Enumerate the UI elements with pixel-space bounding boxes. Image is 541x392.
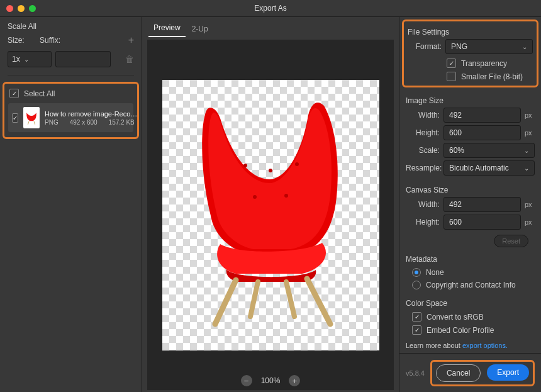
cv-width-label: Width: — [406, 200, 440, 209]
svg-line-7 — [215, 280, 236, 324]
cv-height-input[interactable]: 600 — [443, 215, 521, 230]
asset-name: How to remove image-Recovered — [45, 110, 139, 118]
size-select[interactable]: 1x ⌄ — [8, 51, 52, 67]
img-width-label: Width: — [406, 111, 440, 120]
reset-button[interactable]: Reset — [494, 235, 528, 247]
unit-px: px — [525, 111, 535, 119]
zoom-in-button[interactable]: + — [289, 375, 300, 386]
chevron-down-icon: ⌄ — [524, 165, 529, 172]
format-value: PNG — [451, 42, 467, 51]
select-all-checkbox[interactable] — [9, 89, 19, 98]
format-label: Format: — [408, 42, 442, 51]
learn-more: Learn more about export options. — [399, 338, 541, 353]
smaller-file-label: Smaller File (8-bit) — [461, 72, 523, 81]
embed-profile-label: Embed Color Profile — [427, 326, 494, 335]
preview-tabs: Preview 2-Up — [142, 17, 399, 37]
asset-filesize: 157.2 KB — [109, 119, 135, 126]
metadata-none-label: None — [426, 268, 444, 277]
suffix-label: Suffix: — [40, 36, 77, 45]
suffix-input[interactable] — [55, 51, 111, 67]
version-label: v5.8.4 — [406, 369, 425, 377]
asset-row[interactable]: How to remove image-Recovered PNG 492 x … — [8, 103, 133, 132]
footer-buttons-highlight: Cancel Export — [430, 360, 535, 386]
scale-all-heading: Scale All — [8, 22, 134, 31]
chevron-down-icon: ⌄ — [24, 56, 29, 63]
add-size-button[interactable]: + — [128, 35, 134, 46]
scale-label: Scale: — [406, 146, 440, 155]
embed-profile-checkbox[interactable] — [412, 325, 421, 335]
img-height-input[interactable]: 600 — [443, 125, 521, 140]
svg-line-8 — [250, 282, 258, 316]
assets-highlight-group: Select All How to remove image-Recovered… — [3, 82, 139, 139]
tab-preview[interactable]: Preview — [148, 21, 186, 37]
metadata-contact-label: Copyright and Contact Info — [426, 281, 516, 289]
resample-label: Resample: — [406, 164, 440, 172]
zoom-percent: 100% — [261, 376, 281, 385]
export-button[interactable]: Export — [487, 364, 529, 381]
canvas-size-section: Canvas Size Width: 492 px Height: 600 px… — [399, 179, 541, 249]
cv-width-input[interactable]: 492 — [443, 197, 521, 212]
trash-icon[interactable]: 🗑 — [125, 54, 134, 64]
size-label: Size: — [8, 36, 36, 45]
svg-point-5 — [253, 195, 257, 199]
chevron-down-icon: ⌄ — [524, 147, 529, 154]
export-options-link[interactable]: export options. — [462, 342, 508, 349]
right-panel: File Settings Format: PNG ⌄ Transparency… — [399, 17, 541, 392]
transparency-label: Transparency — [461, 59, 507, 68]
unit-px: px — [525, 218, 535, 226]
preview-canvas[interactable] — [162, 80, 379, 350]
format-select[interactable]: PNG ⌄ — [445, 39, 533, 54]
scale-select[interactable]: 60% ⌄ — [443, 143, 535, 158]
window-titlebar: Export As — [0, 0, 541, 17]
convert-srgb-checkbox[interactable] — [412, 312, 421, 322]
footer: v5.8.4 Cancel Export — [399, 353, 541, 392]
zoom-out-button[interactable]: − — [241, 375, 252, 386]
image-size-title: Image Size — [406, 96, 535, 105]
svg-point-6 — [284, 194, 288, 198]
scale-all-section: Scale All Size: Suffix: + 1x ⌄ 🗑 — [0, 17, 142, 76]
svg-line-0 — [28, 121, 29, 125]
asset-thumbnail — [23, 107, 40, 128]
asset-format: PNG — [45, 119, 59, 126]
select-all-label: Select All — [24, 89, 55, 98]
chevron-down-icon: ⌄ — [522, 43, 527, 50]
resample-select[interactable]: Bicubic Automatic ⌄ — [443, 160, 535, 176]
svg-point-2 — [243, 164, 247, 167]
svg-line-1 — [34, 121, 35, 125]
cancel-button[interactable]: Cancel — [436, 364, 481, 382]
color-space-title: Color Space — [406, 299, 535, 308]
svg-point-3 — [269, 169, 272, 172]
metadata-none-radio[interactable] — [412, 268, 421, 277]
file-settings-highlight: File Settings Format: PNG ⌄ Transparency… — [402, 20, 538, 87]
preview-image — [176, 90, 365, 329]
file-settings-title: File Settings — [408, 28, 533, 36]
tab-two-up[interactable]: 2-Up — [187, 22, 213, 37]
asset-meta: How to remove image-Recovered PNG 492 x … — [45, 110, 139, 126]
svg-line-10 — [307, 279, 330, 324]
cv-height-label: Height: — [406, 218, 440, 227]
convert-srgb-label: Convert to sRGB — [427, 313, 484, 322]
unit-px: px — [525, 201, 535, 208]
canvas-size-title: Canvas Size — [406, 186, 535, 194]
image-size-section: Image Size Width: 492 px Height: 600 px … — [399, 90, 541, 179]
unit-px: px — [525, 129, 535, 137]
asset-dimensions: 492 x 600 — [70, 119, 98, 126]
preview-area: − 100% + — [147, 40, 394, 390]
svg-line-9 — [286, 282, 294, 316]
metadata-section: Metadata None Copyright and Contact Info — [399, 249, 541, 293]
color-space-section: Color Space Convert to sRGB Embed Color … — [399, 293, 541, 338]
transparency-checkbox[interactable] — [447, 59, 456, 68]
chair-icon — [23, 109, 40, 126]
smaller-file-checkbox[interactable] — [447, 72, 456, 81]
img-height-label: Height: — [406, 128, 440, 137]
center-panel: Preview 2-Up — [142, 17, 399, 392]
asset-checkbox[interactable] — [12, 113, 18, 123]
svg-point-4 — [295, 162, 299, 166]
left-panel: Scale All Size: Suffix: + 1x ⌄ 🗑 Select … — [0, 17, 142, 392]
metadata-contact-radio[interactable] — [412, 281, 421, 289]
metadata-title: Metadata — [406, 255, 535, 264]
img-width-input[interactable]: 492 — [443, 108, 521, 123]
size-value: 1x — [12, 55, 20, 64]
zoom-controls: − 100% + — [147, 375, 394, 386]
window-title: Export As — [0, 4, 541, 13]
